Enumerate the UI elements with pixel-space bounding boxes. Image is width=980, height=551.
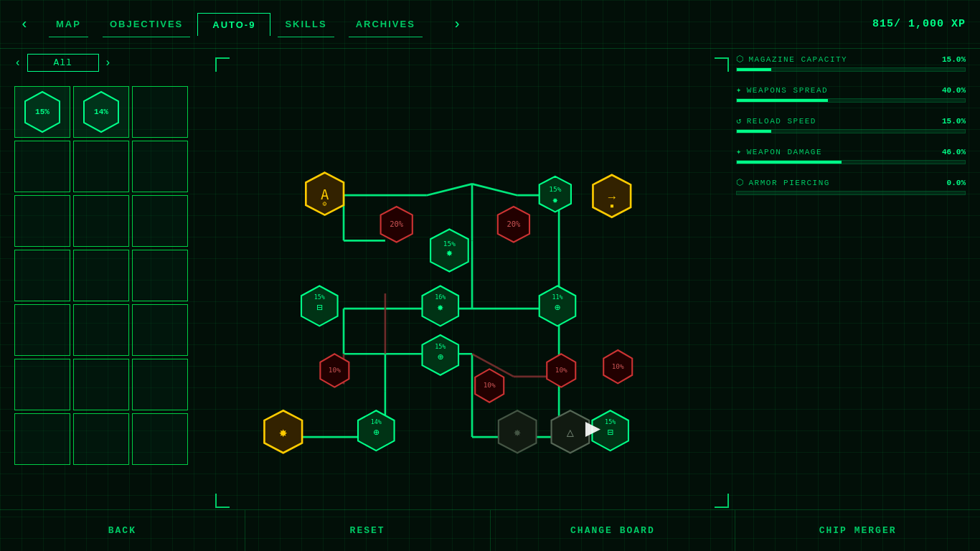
svg-text:✸: ✸	[552, 195, 558, 206]
chip-slot-3[interactable]	[14, 141, 70, 192]
chip-slot-2[interactable]	[132, 86, 188, 138]
stat-bar-reload-bg	[736, 129, 966, 133]
stats-panel: ⬡ MAGAZINE CAPACITY 15.0% ✦ WEAPONS SPRE…	[736, 54, 966, 208]
svg-text:15%: 15%	[435, 343, 446, 350]
stat-value-damage: 46.0%	[942, 148, 966, 156]
bottom-bar: BACK RESET CHANGE BOARD CHIP MERGER	[0, 509, 980, 551]
back-button[interactable]: BACK	[0, 510, 245, 551]
chip-slot-7[interactable]	[73, 195, 129, 247]
svg-line-5	[427, 184, 472, 195]
chip-slot-20[interactable]	[132, 413, 188, 465]
node-arrow-right[interactable]: → ■	[593, 175, 631, 217]
filter-label[interactable]: All	[27, 54, 99, 72]
stat-name-damage: WEAPON DAMAGE	[747, 148, 822, 156]
stat-weapons-spread: ✦ WEAPONS SPREAD 40.0%	[736, 85, 966, 103]
reset-button[interactable]: RESET	[245, 510, 491, 551]
stat-value-armor: 0.0%	[947, 179, 966, 187]
stat-bar-spread-fill	[737, 99, 828, 102]
node-20-top-right[interactable]: 20%	[498, 207, 529, 242]
chip-slot-14[interactable]	[132, 304, 188, 356]
tab-objectives[interactable]: OBJECTIVES	[95, 13, 197, 36]
chip-value-0: 15%	[35, 108, 50, 116]
chip-slot-12[interactable]	[14, 304, 70, 356]
node-16-explosion[interactable]: 16% ✸	[423, 286, 459, 326]
node-10-red-center[interactable]: 10%	[475, 369, 504, 402]
chip-slot-16[interactable]	[73, 359, 129, 410]
nav-tabs: MAP OBJECTIVES AUTO-9 SKILLS ARCHIVES	[34, 13, 447, 36]
nav-left-arrow[interactable]: ‹	[14, 13, 34, 35]
chip-slot-9[interactable]	[14, 250, 70, 301]
chip-slot-8[interactable]	[132, 195, 188, 247]
chip-merger-button[interactable]: CHIP MERGER	[735, 510, 980, 551]
node-triangle[interactable]: △	[552, 410, 590, 453]
filter-left-arrow[interactable]: ‹	[14, 57, 22, 70]
svg-text:✸: ✸	[279, 425, 288, 441]
svg-text:10%: 10%	[329, 366, 341, 374]
chip-slot-1[interactable]: 14%	[73, 86, 129, 138]
node-auto9[interactable]: A ⚙	[306, 173, 344, 215]
svg-text:⊟: ⊟	[316, 303, 322, 314]
node-15-top[interactable]: 15% ✸	[540, 176, 571, 212]
node-15-explosion-top[interactable]: 15% ✸	[430, 230, 468, 272]
chip-network: A ⚙ 20% 15% ✸ 20% 15% ✸ → ■	[215, 49, 729, 508]
svg-text:⊟: ⊟	[608, 428, 613, 438]
chip-slot-11[interactable]	[132, 250, 188, 301]
node-10-red-left[interactable]: 10%	[320, 354, 349, 387]
svg-text:10%: 10%	[612, 362, 624, 370]
tab-archives[interactable]: ARCHIVES	[341, 13, 430, 36]
tab-map[interactable]: MAP	[42, 13, 95, 36]
change-board-button[interactable]: CHANGE BOARD	[491, 510, 736, 551]
stat-armor-piercing: ⬡ ARMOR PIERCING 0.0%	[736, 177, 966, 195]
node-10-red-far-right[interactable]: 10%	[603, 350, 632, 383]
chip-slot-0[interactable]: 15%	[14, 86, 70, 138]
damage-icon: ✦	[736, 146, 743, 157]
node-20-top-left[interactable]: 20%	[381, 207, 413, 242]
node-10-red-right[interactable]: 10%	[547, 354, 575, 387]
node-14-target[interactable]: 14% ⊕	[358, 410, 395, 451]
stat-name-magazine: MAGAZINE CAPACITY	[749, 55, 848, 64]
svg-marker-39	[540, 176, 571, 212]
node-yellow-bug[interactable]: ✸	[264, 410, 302, 453]
node-15-mag-left[interactable]: 15% ⊟	[301, 286, 338, 326]
nav-right-arrow[interactable]: ›	[447, 13, 467, 35]
stat-value-spread: 40.0%	[942, 86, 966, 95]
tab-skills[interactable]: SKILLS	[270, 13, 341, 36]
svg-text:11%: 11%	[552, 293, 562, 301]
chip-slot-4[interactable]	[73, 141, 129, 192]
reload-icon: ↺	[736, 116, 743, 126]
svg-text:20%: 20%	[507, 220, 521, 228]
svg-text:△: △	[567, 426, 575, 440]
chip-slot-6[interactable]	[14, 195, 70, 247]
stat-bar-damage-fill	[737, 161, 842, 164]
svg-text:⚙: ⚙	[322, 200, 327, 208]
spread-icon: ✦	[736, 85, 743, 95]
chip-slot-15[interactable]	[14, 359, 70, 410]
chip-slot-19[interactable]	[73, 413, 129, 465]
top-nav: ‹ MAP OBJECTIVES AUTO-9 SKILLS ARCHIVES …	[0, 0, 980, 49]
stat-bar-magazine-fill	[737, 68, 771, 71]
node-dark-explosion[interactable]: ✸	[499, 410, 537, 453]
stat-bar-damage-bg	[736, 160, 966, 164]
svg-text:14%: 14%	[371, 418, 382, 425]
svg-text:✸: ✸	[514, 426, 521, 440]
stat-name-spread: WEAPONS SPREAD	[747, 86, 828, 95]
stat-value-magazine: 15.0%	[942, 55, 966, 64]
chip-slot-17[interactable]	[132, 359, 188, 410]
chip-slot-13[interactable]	[73, 304, 129, 356]
node-11-target[interactable]: 11% ⊕	[540, 286, 576, 326]
stat-reload-speed: ↺ RELOAD SPEED 15.0%	[736, 116, 966, 133]
node-15-target[interactable]: 15% ⊕	[423, 335, 459, 375]
svg-text:✸: ✸	[437, 302, 443, 314]
stat-bar-armor-bg	[736, 191, 966, 195]
chip-slot-10[interactable]	[73, 250, 129, 301]
chip-grid: 15% 14%	[14, 86, 188, 465]
stat-value-reload: 15.0%	[942, 117, 966, 126]
xp-display: 815/ 1,000 XP	[872, 18, 966, 30]
chip-slot-18[interactable]	[14, 413, 70, 465]
chip-slot-5[interactable]	[132, 141, 188, 192]
svg-line-6	[472, 184, 517, 195]
svg-text:20%: 20%	[390, 220, 404, 228]
tab-auto9[interactable]: AUTO-9	[197, 13, 270, 36]
stat-bar-magazine-bg	[736, 67, 966, 72]
filter-right-arrow[interactable]: ›	[105, 57, 112, 70]
